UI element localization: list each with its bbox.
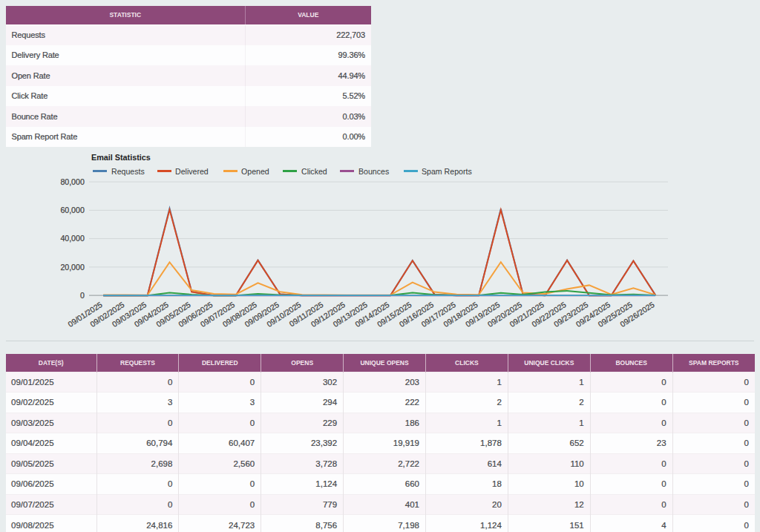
svg-text:0: 0	[80, 291, 85, 300]
svg-text:60,000: 60,000	[60, 206, 85, 214]
svg-text:40,000: 40,000	[60, 234, 85, 243]
svg-text:20,000: 20,000	[60, 263, 85, 272]
svg-text:80,000: 80,000	[60, 177, 85, 186]
